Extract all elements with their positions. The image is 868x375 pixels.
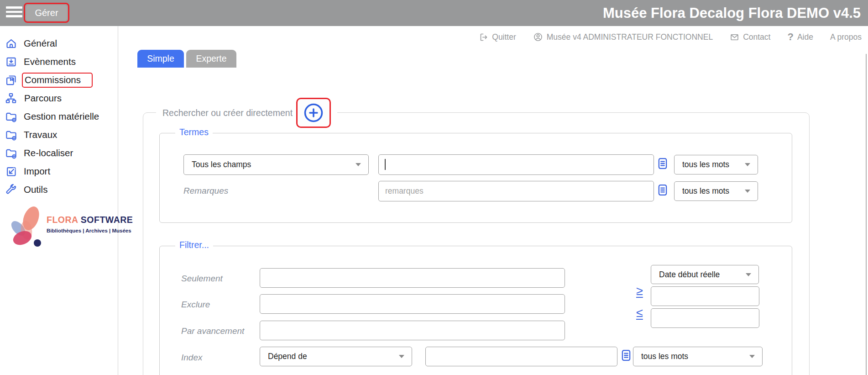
sidebar-item-label: Re-localiser [24, 148, 73, 158]
apropos-label: A propos [830, 32, 862, 42]
sidebar-item-label: Général [24, 38, 57, 49]
flora-flower-icon [5, 205, 50, 250]
less-equal-symbol[interactable]: ≤ [636, 307, 643, 319]
chevron-down-icon [745, 190, 750, 193]
annotation-box-gerer: Gérer [24, 3, 69, 23]
search-create-legend-text: Rechercher ou créer directement [162, 108, 293, 118]
index-match-select[interactable]: tous les mots [633, 347, 763, 366]
add-record-button[interactable] [303, 102, 324, 123]
index-lookup-icon[interactable] [657, 183, 669, 197]
gerer-button[interactable]: Gérer [26, 5, 67, 21]
text-cursor [385, 159, 386, 170]
app-window: Gérer Musée Flora Decalog Flora DEMO v4.… [0, 0, 868, 375]
hamburger-menu-icon[interactable] [6, 6, 22, 20]
contact-label: Contact [743, 32, 770, 42]
folder-globe-icon [5, 147, 17, 159]
index-lookup-icon[interactable] [657, 157, 669, 170]
term-match-select[interactable]: tous les mots [674, 155, 758, 174]
filtrer-legend: Filtrer... [175, 240, 213, 250]
exclure-input[interactable] [260, 294, 565, 314]
chevron-down-icon [356, 163, 361, 166]
folder-globe-icon [5, 111, 17, 123]
folder-globe-icon [5, 129, 17, 141]
termes-group: Termes Tous les champs tous les mots Rem… [159, 133, 792, 223]
index-field-select[interactable]: Dépend de [260, 347, 412, 366]
date-field-select-value: Date début réelle [659, 270, 720, 280]
index-match-select-value: tous les mots [641, 352, 688, 361]
date-field-select[interactable]: Date début réelle [651, 265, 759, 284]
windows-copy-icon [5, 74, 17, 86]
sidebar-item-label: Import [24, 166, 50, 177]
sidebar-item-outils[interactable]: Outils [5, 180, 112, 199]
annotation-box-plus [296, 98, 331, 128]
seulement-input[interactable] [260, 268, 565, 288]
home-icon [5, 37, 17, 50]
scrollbar[interactable] [866, 54, 867, 375]
sidebar-item-evenements[interactable]: Evènements [5, 53, 112, 71]
search-create-legend: Rechercher ou créer directement [156, 98, 337, 128]
sidebar-item-label: Parcours [24, 93, 62, 104]
app-title: Musée Flora Decalog Flora DEMO v4.5 [603, 0, 861, 26]
exclure-label: Exclure [181, 300, 210, 310]
search-create-panel: Rechercher ou créer directement Termes T… [143, 112, 810, 375]
termes-legend: Termes [175, 127, 213, 137]
logo-brand-primary: FLORA [47, 215, 78, 225]
aide-link[interactable]: ? Aide [787, 31, 813, 43]
flora-software-logo: FLORA SOFTWARE Bibliothèques | Archives … [5, 205, 116, 253]
index-label: Index [181, 353, 202, 363]
user-icon [533, 32, 543, 42]
sidebar-item-gestion-materielle[interactable]: Gestion matérielle [5, 107, 112, 126]
sidebar-item-parcours[interactable]: Parcours [5, 89, 112, 107]
logo-brand-secondary: SOFTWARE [81, 215, 133, 225]
term-input[interactable] [378, 154, 654, 175]
aide-label: Aide [797, 32, 813, 42]
quitter-link[interactable]: Quitter [479, 32, 516, 42]
quitter-label: Quitter [492, 32, 516, 42]
help-icon: ? [787, 31, 793, 43]
index-input[interactable] [425, 347, 617, 366]
chevron-down-icon [749, 355, 755, 358]
field-select-value: Tous les champs [192, 160, 251, 169]
sidebar-item-import[interactable]: Import [5, 162, 112, 180]
envelope-icon [730, 32, 739, 42]
avancement-label: Par avancement [181, 326, 244, 336]
sidebar-item-label: Gestion matérielle [24, 111, 99, 122]
term-match-select-value: tous les mots [682, 160, 729, 169]
tab-experte[interactable]: Experte [186, 50, 236, 68]
date-from-input[interactable] [651, 286, 759, 306]
sidebar-item-travaux[interactable]: Travaux [5, 126, 112, 144]
chevron-down-icon [746, 273, 751, 276]
index-lookup-icon[interactable] [620, 349, 632, 362]
sidebar-item-re-localiser[interactable]: Re-localiser [5, 144, 112, 162]
remarques-label: Remarques [183, 186, 228, 196]
chevron-down-icon [399, 355, 404, 358]
remarques-match-select-value: tous les mots [682, 186, 729, 196]
greater-equal-symbol[interactable]: ≥ [636, 285, 643, 297]
sidebar-item-commissions[interactable]: Commissions [5, 71, 112, 89]
remarques-input[interactable] [378, 181, 654, 201]
top-bar: Gérer Musée Flora Decalog Flora DEMO v4.… [0, 0, 868, 26]
wrench-icon [5, 184, 17, 196]
filtrer-group: Filtrer... Date début réelle Seulement ≥… [159, 246, 792, 375]
remarques-match-select[interactable]: tous les mots [674, 181, 758, 201]
index-field-select-value: Dépend de [268, 352, 307, 361]
chevron-down-icon [745, 163, 750, 166]
contact-link[interactable]: Contact [730, 32, 770, 42]
field-select[interactable]: Tous les champs [183, 154, 369, 175]
sitemap-icon [5, 92, 17, 104]
seulement-label: Seulement [181, 274, 223, 284]
avancement-input[interactable] [260, 321, 565, 340]
user-label: Musée v4 ADMINISTRATEUR FONCTIONNEL [547, 32, 713, 42]
header-links: Quitter Musée v4 ADMINISTRATEUR FONCTION… [479, 26, 862, 48]
sidebar-item-label: Outils [24, 184, 47, 195]
date-to-input[interactable] [651, 308, 759, 328]
sidebar-item-label: Evènements [24, 56, 76, 67]
import-icon [5, 165, 17, 178]
sidebar-item-label: Commissions [22, 73, 93, 88]
archive-tray-icon [5, 56, 17, 68]
sidebar-item-general[interactable]: Général [5, 34, 112, 53]
user-account[interactable]: Musée v4 ADMINISTRATEUR FONCTIONNEL [533, 32, 713, 42]
apropos-link[interactable]: A propos [830, 32, 862, 42]
logout-icon [479, 32, 488, 42]
tab-simple[interactable]: Simple [137, 50, 184, 68]
